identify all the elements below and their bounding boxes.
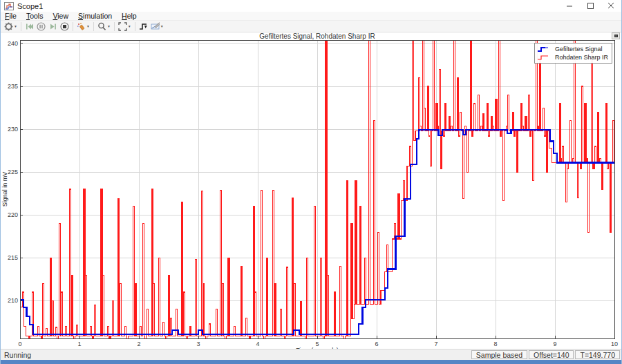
svg-text:7: 7: [434, 341, 437, 347]
trigger-icon[interactable]: [138, 21, 149, 32]
svg-text:8: 8: [493, 341, 497, 347]
status-running: Running: [2, 351, 470, 359]
plot-canvas: 012345678910210215220225230235240Gefilte…: [1, 32, 621, 349]
menu-item-help[interactable]: Help: [122, 12, 137, 20]
gear-icon[interactable]: ▼: [3, 21, 19, 32]
legend-line-raw: [538, 56, 545, 59]
pause-icon[interactable]: [35, 21, 47, 32]
chevron-down-icon: ▼: [128, 24, 131, 28]
legend-label: Rohdaten Sharp IR: [555, 54, 608, 61]
status-bar: Running Sample based Offset=140 T=149.77…: [1, 349, 621, 360]
svg-text:6: 6: [375, 341, 378, 347]
window-bottom-border: [1, 360, 621, 364]
status-time: T=149.770: [575, 350, 620, 359]
svg-text:225: 225: [8, 169, 18, 175]
chevron-down-icon: ▼: [107, 24, 111, 28]
scope-window: Scope1 FileToolsViewSimulationHelp: [0, 0, 622, 364]
chevron-down-icon: ▼: [14, 24, 17, 28]
zoom-magnifier-icon[interactable]: ▼: [96, 21, 112, 32]
svg-text:4: 4: [256, 341, 259, 347]
scope-app-icon: [4, 2, 14, 10]
maximize-icon[interactable]: [580, 0, 601, 12]
scale-axes-icon[interactable]: ▼: [117, 21, 133, 32]
highlight-brush-icon[interactable]: ▼: [75, 21, 91, 32]
legend[interactable]: Gefiltertes Signal Rohdaten Sharp IR: [534, 43, 612, 64]
menu-item-view[interactable]: View: [53, 12, 68, 20]
svg-text:9: 9: [553, 341, 556, 347]
legend-line-filtered: [538, 48, 545, 51]
chevron-down-icon: ▼: [160, 24, 164, 28]
svg-text:Gefiltertes Signal, Rohdaten S: Gefiltertes Signal, Rohdaten Sharp IR: [259, 32, 375, 40]
svg-text:10: 10: [611, 341, 618, 347]
menu-item-simulation[interactable]: Simulation: [78, 12, 112, 20]
svg-text:240: 240: [8, 40, 18, 47]
svg-text:215: 215: [8, 254, 18, 261]
svg-text:220: 220: [8, 211, 18, 218]
legend-entry-filtered: Gefiltertes Signal: [537, 45, 608, 53]
svg-text:0: 0: [18, 341, 21, 347]
svg-text:3: 3: [196, 341, 200, 347]
svg-text:210: 210: [8, 297, 18, 304]
legend-entry-raw: Rohdaten Sharp IR: [537, 53, 608, 61]
close-icon[interactable]: [601, 0, 621, 12]
menu-item-file[interactable]: File: [5, 12, 17, 20]
step-forward-icon[interactable]: [47, 21, 59, 32]
minimize-icon[interactable]: [559, 0, 580, 12]
svg-text:235: 235: [8, 83, 18, 90]
svg-text:1: 1: [77, 341, 81, 347]
svg-text:2: 2: [137, 341, 140, 347]
toolbar-separator: [93, 22, 94, 31]
svg-text:230: 230: [8, 126, 18, 133]
svg-text:Signal in mV: Signal in mV: [1, 172, 8, 207]
menu-item-tools[interactable]: Tools: [26, 12, 44, 20]
toolbar: ▼: [1, 21, 621, 32]
legend-label: Gefiltertes Signal: [555, 46, 603, 52]
status-sample-mode: Sample based: [471, 350, 527, 359]
window-title: Scope1: [17, 2, 559, 10]
measurements-icon[interactable]: ▼: [149, 21, 165, 32]
svg-text:Time (seconds): Time (seconds): [296, 347, 339, 349]
chevron-down-icon: ▼: [86, 24, 90, 28]
panel-expand-icon[interactable]: [612, 32, 620, 39]
step-back-icon[interactable]: [23, 21, 35, 32]
toolbar-separator: [21, 22, 21, 31]
signal-chart[interactable]: 012345678910210215220225230235240Gefilte…: [1, 32, 622, 349]
title-bar: Scope1: [1, 0, 621, 12]
toolbar-separator: [135, 22, 135, 31]
status-offset: Offset=140: [529, 350, 574, 359]
menu-bar: FileToolsViewSimulationHelp: [1, 12, 621, 21]
toolbar-separator: [73, 22, 73, 31]
stop-icon[interactable]: [59, 21, 70, 32]
toolbar-separator: [114, 22, 115, 31]
